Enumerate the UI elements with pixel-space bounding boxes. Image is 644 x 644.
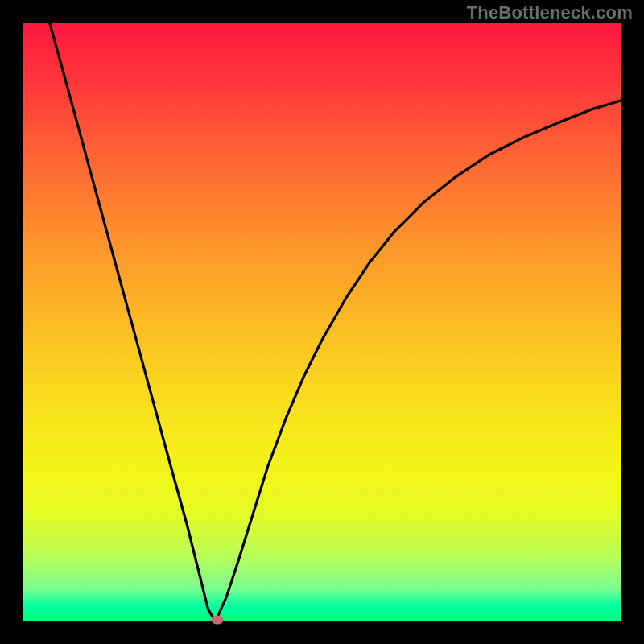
chart-frame: TheBottleneck.com bbox=[0, 0, 644, 644]
curve-path bbox=[50, 23, 622, 621]
bottleneck-curve bbox=[23, 23, 621, 621]
watermark-text: TheBottleneck.com bbox=[467, 2, 633, 23]
minimum-marker bbox=[211, 616, 223, 625]
plot-area bbox=[23, 23, 621, 621]
